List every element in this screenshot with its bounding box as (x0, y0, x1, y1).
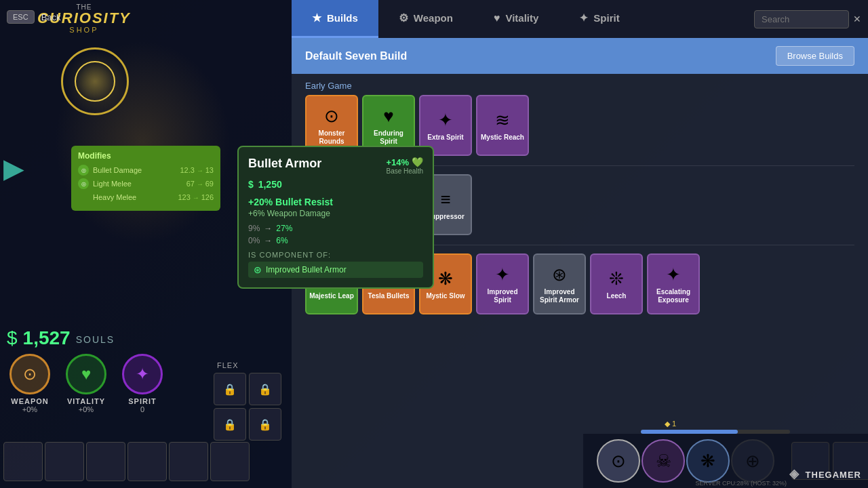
improved-spirit-armor-icon: ⊛ (552, 264, 567, 285)
tab-weapon[interactable]: ⚙ Weapon (378, 0, 473, 38)
improved-spirit-icon: ✦ (495, 264, 510, 285)
spirit-tab-label: Spirit (593, 12, 619, 24)
vitality-stat-box[interactable]: ♥ VITALITY +0% (60, 354, 113, 413)
early-game-label: Early Game (292, 74, 868, 95)
inventory-slots (3, 442, 250, 481)
thegamer-logo: ◈ THEGAMER (789, 466, 861, 481)
escalating-exposure-label: Escalating Exposure (651, 288, 696, 304)
change-2-arrow: → (264, 236, 272, 245)
skill-3-icon: ❋ (701, 451, 715, 472)
item-mystic-reach[interactable]: ≋ Mystic Reach (476, 95, 529, 156)
extra-spirit-icon: ✦ (438, 110, 453, 131)
builds-tab-icon: ★ (312, 12, 321, 24)
leech-label: Leech (607, 292, 627, 300)
tab-spirit[interactable]: ✦ Spirit (559, 0, 639, 38)
component-item[interactable]: ⊛ Improved Bullet Armor (248, 262, 423, 278)
skill-slot-2[interactable]: ☠ (642, 439, 685, 483)
mystic-slow-label: Mystic Slow (426, 292, 465, 300)
tab-builds[interactable]: ★ Builds (292, 0, 378, 38)
enduring-spirit-label: Enduring Spirit (366, 129, 411, 146)
top-bar: ESC Back (0, 0, 292, 34)
build-title: Default Seven Build (305, 50, 407, 62)
change-1-after: 27% (276, 224, 292, 233)
character-image (54, 41, 231, 244)
inv-slot-3[interactable] (86, 442, 125, 481)
tooltip-change-2: 0% → 6% (248, 236, 423, 245)
skill-1-icon: ⊙ (611, 451, 626, 472)
souls-label: SOULS (76, 334, 115, 345)
spirit-tab-icon: ✦ (579, 12, 588, 24)
vitality-stat-label: VITALITY (67, 397, 105, 405)
inv-slot-2[interactable] (45, 442, 84, 481)
tooltip-price: $ 1,250 (248, 179, 423, 190)
bullet-damage-values: 12.3 → 13 (180, 166, 214, 174)
tooltip-change-1: 9% → 27% (248, 224, 423, 233)
price-icon: $ (248, 179, 254, 190)
inv-slot-6[interactable] (210, 442, 250, 481)
weapon-inner (75, 61, 115, 102)
heavy-melee-values: 123 → 126 (178, 193, 214, 201)
tab-vitality[interactable]: ♥ Vitality (473, 0, 559, 38)
lock-slots: 🔒 🔒 🔒 🔒 (214, 373, 281, 441)
item-improved-spirit[interactable]: ✦ Improved Spirit (476, 253, 529, 314)
suppressor-icon: ≡ (440, 189, 450, 210)
bullet-damage-label: Bullet Damage (93, 166, 176, 174)
majestic-leap-label: Majestic Leap (309, 292, 354, 300)
arrow-indicator: ▶ (0, 149, 28, 187)
bullet-damage-icon: ◎ (78, 165, 89, 176)
extra-spirit-label: Extra Spirit (427, 134, 463, 142)
tooltip-main-stat: +20% Bullet Resist (248, 197, 423, 207)
tab-bar: ★ Builds ⚙ Weapon ♥ Vitality ✦ Spirit ✕ (292, 0, 868, 38)
light-melee-values: 67 → 69 (186, 180, 214, 188)
vitality-stat-value: +0% (79, 405, 94, 413)
inv-slot-5[interactable] (169, 442, 208, 481)
item-escalating-exposure[interactable]: ✦ Escalating Exposure (647, 253, 700, 314)
weapon-stat-value: +0% (22, 405, 37, 413)
esc-button[interactable]: ESC (7, 10, 35, 24)
inv-slot-1[interactable] (3, 442, 43, 481)
build-header: Default Seven Build Browse Builds (292, 38, 868, 74)
stat-row-heavy: Heavy Melee 123 → 126 (78, 192, 214, 203)
heavy-melee-label: Heavy Melee (93, 193, 174, 201)
improved-spirit-label: Improved Spirit (480, 288, 525, 304)
monster-rounds-label: Monster Rounds (309, 129, 354, 146)
item-improved-spirit-armor[interactable]: ⊛ Improved Spirit Armor (533, 253, 586, 314)
search-close-icon[interactable]: ✕ (853, 14, 861, 24)
souls-icon: $ (7, 327, 18, 349)
skill-slot-4[interactable]: ⊕ (731, 439, 774, 483)
lock-slot-1: 🔒 (214, 373, 246, 405)
search-bar: ✕ (747, 0, 868, 38)
tooltip-sub-stat: +6% Weapon Damage (248, 209, 423, 218)
change-2-before: 0% (248, 236, 260, 245)
souls-amount: 1,527 (23, 327, 71, 349)
tooltip-health-label: Base Health (387, 167, 423, 175)
search-input[interactable] (754, 10, 849, 28)
change-2-after: 6% (276, 236, 288, 245)
monster-rounds-icon: ⊙ (324, 106, 339, 127)
inv-slot-4[interactable] (127, 442, 167, 481)
modifies-title: Modifies (78, 151, 214, 161)
stat-row-bullet: ◎ Bullet Damage 12.3 → 13 (78, 165, 214, 176)
skill-slot-3[interactable]: ❋ (686, 439, 730, 483)
escalating-exposure-icon: ✦ (666, 264, 681, 285)
mystic-reach-icon: ≋ (495, 110, 510, 131)
weapon-stat-box[interactable]: ⊙ WEAPON +0% (3, 354, 56, 413)
tooltip-item-name: Bullet Armor (248, 157, 321, 171)
builds-tab-label: Builds (327, 12, 358, 24)
tooltip-health-bonus: +14% 💚 (386, 157, 423, 167)
item-leech[interactable]: ❊ Leech (590, 253, 643, 314)
skill-slot-1[interactable]: ⊙ (597, 439, 640, 483)
vitality-tab-icon: ♥ (494, 12, 500, 24)
back-button[interactable]: Back (41, 12, 61, 22)
weapon-tab-label: Weapon (414, 12, 453, 24)
spirit-stat-box[interactable]: ✦ SPIRIT 0 (116, 354, 169, 413)
tesla-bullets-label: Tesla Bullets (368, 292, 410, 300)
thegamer-icon: ◈ (789, 467, 800, 481)
skill-4-icon: ⊕ (745, 451, 760, 472)
spirit-stat-value: 0 (140, 405, 144, 413)
browse-builds-button[interactable]: Browse Builds (776, 46, 854, 66)
souls-counter: $ 1,527 SOULS (7, 327, 115, 349)
lock-slot-4: 🔒 (249, 408, 281, 441)
flex-label: FLEX (217, 361, 239, 369)
spirit-stat-icon: ✦ (122, 354, 163, 394)
